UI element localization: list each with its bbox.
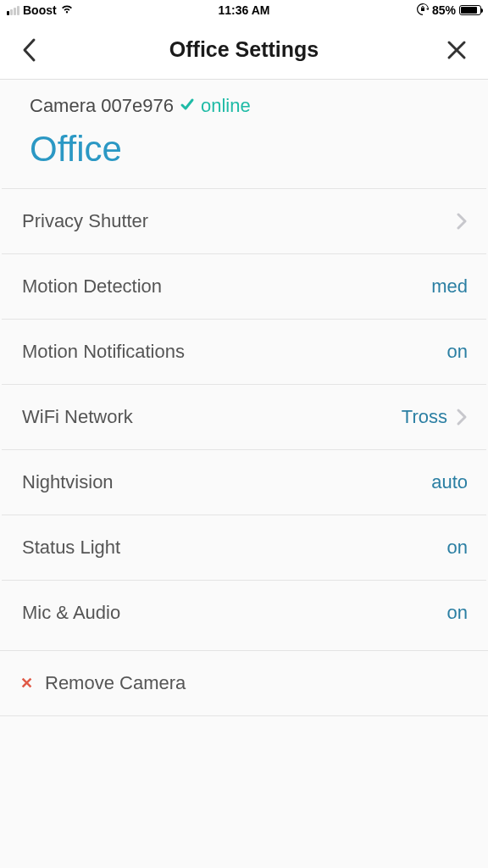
setting-label: WiFi Network (22, 406, 133, 428)
remove-label: Remove Camera (45, 672, 186, 694)
battery-icon (459, 5, 481, 15)
remove-camera-button[interactable]: ✕ Remove Camera (0, 650, 488, 716)
carrier-label: Boost (23, 3, 57, 17)
setting-motion-detection[interactable]: Motion Detection med (2, 253, 486, 319)
content-area: Camera 007e976 online Office Privacy Shu… (0, 80, 488, 868)
setting-value: Tross (402, 406, 447, 428)
setting-value: on (447, 537, 468, 559)
setting-label: Motion Notifications (22, 341, 185, 363)
chevron-right-icon (456, 212, 468, 231)
page-title: Office Settings (169, 37, 319, 62)
setting-label: Status Light (22, 537, 120, 559)
orientation-lock-icon (417, 3, 429, 18)
camera-name-input[interactable]: Office (30, 129, 469, 170)
setting-label: Motion Detection (22, 275, 162, 298)
close-icon (446, 40, 467, 60)
setting-label: Mic & Audio (22, 602, 120, 624)
wifi-icon (60, 3, 74, 17)
checkmark-icon (180, 95, 195, 117)
svg-rect-0 (421, 8, 424, 11)
nav-header: Office Settings (0, 20, 488, 80)
chevron-left-icon (21, 37, 38, 63)
setting-wifi-network[interactable]: WiFi Network Tross (2, 384, 486, 449)
setting-motion-notifications[interactable]: Motion Notifications on (2, 319, 486, 384)
battery-pct: 85% (432, 3, 456, 17)
setting-label: Privacy Shutter (22, 210, 148, 232)
camera-id: Camera 007e976 (30, 95, 174, 117)
setting-value: med (431, 275, 468, 298)
chevron-right-icon (456, 408, 468, 426)
setting-nightvision[interactable]: Nightvision auto (2, 449, 486, 515)
setting-label: Nightvision (22, 471, 114, 493)
settings-list: Privacy Shutter Motion Detection med Mot… (0, 188, 488, 716)
close-button[interactable] (446, 40, 467, 60)
setting-value: auto (431, 471, 468, 493)
back-button[interactable] (21, 37, 38, 63)
setting-status-light[interactable]: Status Light on (2, 515, 486, 580)
setting-value: on (447, 341, 468, 363)
remove-icon: ✕ (20, 674, 33, 693)
setting-privacy-shutter[interactable]: Privacy Shutter (2, 188, 486, 253)
camera-info: Camera 007e976 online Office (0, 80, 488, 188)
ios-status-bar: Boost 11:36 AM 85% (0, 0, 488, 20)
setting-value: on (447, 602, 468, 624)
signal-bars-icon (7, 6, 19, 15)
clock: 11:36 AM (219, 3, 270, 17)
status-badge: online (201, 95, 251, 117)
setting-mic-audio[interactable]: Mic & Audio on (2, 580, 486, 645)
